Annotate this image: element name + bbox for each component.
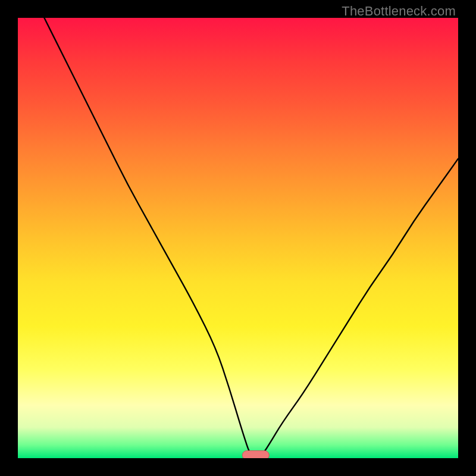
bottleneck-curve	[18, 18, 458, 458]
watermark-text: TheBottleneck.com	[342, 4, 456, 19]
plot-area	[18, 18, 458, 458]
optimum-marker	[242, 450, 269, 458]
chart-frame: TheBottleneck.com	[0, 0, 476, 476]
